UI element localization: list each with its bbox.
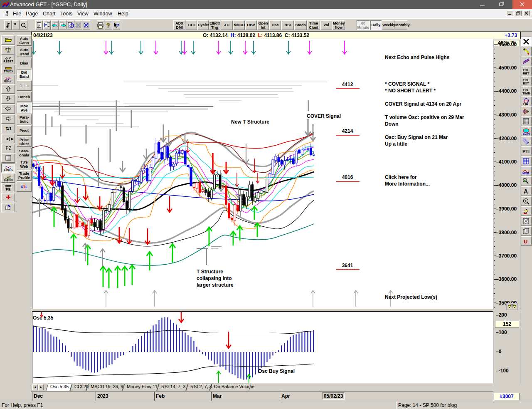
svg-text:FIB: FIB bbox=[523, 102, 528, 105]
svg-text:Elliott: Elliott bbox=[4, 80, 12, 83]
svg-text:?: ? bbox=[116, 23, 119, 28]
svg-text:?: ? bbox=[106, 22, 110, 29]
svg-text:⇅1: ⇅1 bbox=[5, 126, 12, 131]
svg-text:STUDY: STUDY bbox=[3, 70, 13, 73]
svg-text:$: $ bbox=[524, 179, 526, 183]
svg-text:RESET: RESET bbox=[3, 60, 13, 63]
svg-text:A: A bbox=[524, 188, 528, 195]
svg-text:ELiPS: ELiPS bbox=[523, 132, 530, 135]
svg-text:GANN: GANN bbox=[4, 178, 12, 181]
svg-text:RET: RET bbox=[523, 72, 529, 75]
svg-text:MOB: MOB bbox=[522, 172, 529, 175]
svg-text:FIB: FIB bbox=[6, 188, 10, 191]
svg-text:U: U bbox=[524, 238, 527, 245]
svg-text:TIME: TIME bbox=[522, 92, 530, 95]
svg-text:”: ” bbox=[13, 22, 16, 29]
svg-text:LINES: LINES bbox=[4, 169, 12, 171]
svg-text:◄|►: ◄|► bbox=[5, 136, 15, 141]
svg-text:PTI: PTI bbox=[522, 149, 530, 154]
svg-text:EXT: EXT bbox=[523, 82, 529, 85]
